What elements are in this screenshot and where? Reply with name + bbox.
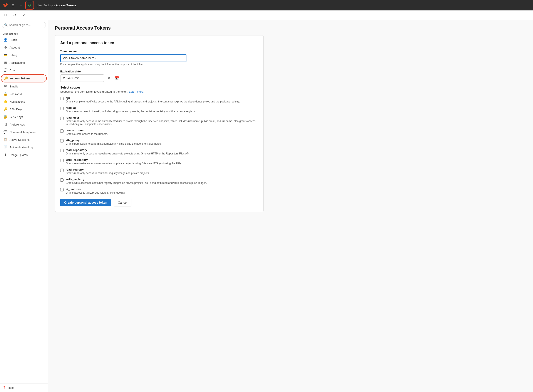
scope-desc-api: Grants complete read/write access to the… — [66, 100, 240, 103]
token-name-input[interactable] — [60, 54, 187, 62]
main-content: Personal Access Tokens Add a personal ac… — [48, 20, 533, 392]
scope-name-ai_features: ai_features — [66, 187, 126, 191]
scope-item-ai_features: ai_featuresGrants access to GitLab Duo r… — [60, 187, 258, 194]
scopes-desc: Scopes set the permission levels granted… — [60, 90, 258, 93]
scope-desc-read_api: Grants read access to the API, including… — [66, 110, 195, 113]
sidebar-item-billing[interactable]: 💳Billing — [1, 51, 47, 59]
sidebar-item-applications[interactable]: ⊞Applications — [1, 59, 47, 66]
clear-date-btn[interactable]: ✕ — [105, 75, 112, 82]
help-item[interactable]: ❓ Help — [0, 383, 48, 392]
sidebar-item-emails[interactable]: ✉Emails — [1, 83, 47, 90]
learn-more-link[interactable]: Learn more. — [129, 90, 144, 93]
scopes-title: Select scopes — [60, 86, 258, 89]
sidebar-item-access-tokens[interactable]: 🔑Access Tokens — [1, 74, 47, 82]
sidebar-item-gpg-keys[interactable]: 🔐GPG Keys — [1, 113, 47, 121]
settings-btn[interactable]: ⚙ — [26, 2, 33, 9]
scope-desc-write_repository: Grants read-write access to repositories… — [66, 162, 182, 165]
scope-name-read_user: read_user — [66, 116, 258, 119]
scope-desc-create_runner: Grants create access to the runners. — [66, 132, 108, 135]
scope-checkbox-read_user[interactable] — [60, 117, 64, 120]
search-icon: 🔍 — [4, 23, 8, 27]
help-label: Help — [8, 386, 14, 389]
sidebar-item-profile[interactable]: 👤Profile — [1, 36, 47, 43]
scope-desc-read_repository: Grants read-only access to repositories … — [66, 152, 190, 155]
token-card: Add a personal access token Token name F… — [55, 35, 264, 212]
sidebar-item-active-sessions[interactable]: 📋Active Sessions — [1, 136, 47, 143]
scope-item-write_registry: write_registryGrants write access to con… — [60, 178, 258, 184]
sidebar-toggle-btn[interactable]: ☰ — [9, 2, 17, 9]
sidebar-item-ssh-keys[interactable]: 🔑SSH Keys — [1, 106, 47, 113]
token-name-label: Token name — [60, 50, 258, 53]
sidebar-label-active-sessions: Active Sessions — [9, 138, 30, 141]
scope-checkbox-ai_features[interactable] — [60, 188, 64, 191]
sidebar-item-usage-quotas[interactable]: ℹUsage Quotas — [1, 151, 47, 159]
sidebar-icon-chat: 💬 — [4, 68, 7, 72]
scope-text-write_repository: write_repositoryGrants read-write access… — [66, 158, 182, 165]
secondary-bar: ☐ ⇄ ✓ — [0, 10, 533, 20]
sidebar-item-notifications[interactable]: 🔔Notifications — [1, 98, 47, 105]
sidebar-item-authentication-log[interactable]: 📄Authentication Log — [1, 144, 47, 151]
new-item-btn[interactable]: ＋ — [17, 2, 24, 9]
scope-text-create_runner: create_runnerGrants create access to the… — [66, 129, 108, 135]
sidebar-icon-comment-templates: 💬 — [4, 130, 7, 134]
sidebar-nav: 👤Profile⚙Account💳Billing⊞Applications💬Ch… — [0, 36, 48, 159]
sidebar-label-access-tokens: Access Tokens — [10, 77, 30, 80]
scope-name-api: api — [66, 96, 240, 100]
sidebar-icon-active-sessions: 📋 — [4, 138, 7, 142]
sidebar-icon-usage-quotas: ℹ — [4, 153, 7, 157]
sidebar-label-applications: Applications — [9, 61, 25, 64]
search-bar[interactable]: 🔍 Search or go to... — [2, 22, 46, 28]
sidebar-label-account: Account — [9, 46, 20, 49]
expiration-input[interactable] — [60, 75, 104, 82]
scope-text-write_registry: write_registryGrants write access to con… — [66, 178, 207, 184]
scope-checkbox-api[interactable] — [60, 97, 64, 100]
sidebar-label-usage-quotas: Usage Quotas — [9, 153, 28, 157]
breadcrumb: User Settings / Access Tokens — [37, 4, 76, 7]
help-icon: ❓ — [3, 386, 6, 389]
todo-btn[interactable]: ✓ — [20, 12, 28, 19]
scope-desc-ai_features: Grants access to GitLab Duo related API … — [66, 191, 126, 194]
scope-text-read_user: read_userGrants read-only access to the … — [66, 116, 258, 126]
sidebar-item-preferences[interactable]: 🎛Preferences — [1, 121, 47, 128]
merge-requests-btn[interactable]: ⇄ — [11, 12, 18, 19]
main-layout: 🔍 Search or go to... User settings 👤Prof… — [0, 20, 533, 392]
sidebar-label-gpg-keys: GPG Keys — [9, 115, 23, 119]
scope-checkbox-read_api[interactable] — [60, 107, 64, 110]
scope-checkbox-write_repository[interactable] — [60, 159, 64, 162]
scope-name-k8s_proxy: k8s_proxy — [66, 139, 161, 142]
topbar: ☰ ＋ ⚙ User Settings / Access Tokens — [0, 0, 533, 10]
sidebar-item-comment-templates[interactable]: 💬Comment Templates — [1, 128, 47, 136]
scope-name-read_registry: read_registry — [66, 168, 150, 171]
sidebar-label-chat: Chat — [9, 69, 15, 72]
scope-name-read_repository: read_repository — [66, 148, 190, 152]
scope-checkbox-read_repository[interactable] — [60, 149, 64, 152]
scope-checkbox-k8s_proxy[interactable] — [60, 139, 64, 142]
scope-checkbox-write_registry[interactable] — [60, 178, 64, 182]
sidebar-icon-ssh-keys: 🔑 — [4, 107, 7, 111]
cancel-btn[interactable]: Cancel — [114, 199, 132, 206]
create-token-btn[interactable]: Create personal access token — [60, 199, 111, 206]
sidebar-icon-gpg-keys: 🔐 — [4, 115, 7, 119]
sidebar-label-preferences: Preferences — [9, 123, 25, 126]
sidebar-section-label: User settings — [0, 30, 48, 36]
sidebar-label-emails: Emails — [9, 85, 18, 88]
scope-text-api: apiGrants complete read/write access to … — [66, 96, 240, 103]
sidebar-label-ssh-keys: SSH Keys — [9, 108, 22, 111]
calendar-btn[interactable]: 📅 — [114, 75, 121, 82]
gitlab-logo[interactable] — [2, 2, 9, 9]
sidebar-icon-preferences: 🎛 — [4, 122, 7, 126]
active-icon-wrapper: ⚙ — [25, 1, 34, 9]
sidebar-label-password: Password — [9, 93, 22, 96]
sidebar-label-notifications: Notifications — [9, 100, 25, 103]
scope-item-read_api: read_apiGrants read access to the API, i… — [60, 106, 258, 113]
issues-btn[interactable]: ☐ — [2, 12, 9, 19]
sidebar-icon-applications: ⊞ — [4, 61, 7, 65]
breadcrumb-parent[interactable]: User Settings — [37, 4, 54, 7]
sidebar-label-billing: Billing — [9, 54, 17, 57]
scopes-list: apiGrants complete read/write access to … — [60, 96, 258, 194]
sidebar-item-account[interactable]: ⚙Account — [1, 44, 47, 51]
scope-checkbox-create_runner[interactable] — [60, 129, 64, 133]
sidebar-item-password[interactable]: 🔒Password — [1, 90, 47, 98]
sidebar-item-chat[interactable]: 💬Chat — [1, 67, 47, 74]
scope-checkbox-read_registry[interactable] — [60, 168, 64, 172]
